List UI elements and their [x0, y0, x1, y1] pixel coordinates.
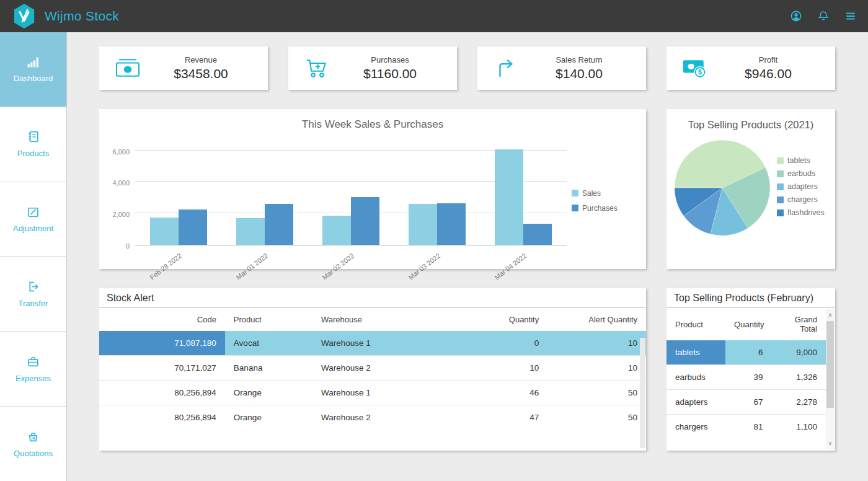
- sidebar-item-label: Transfer: [19, 299, 48, 308]
- legend-swatch: [572, 205, 578, 211]
- scroll-thumb[interactable]: [826, 321, 834, 408]
- sidebar-item-products[interactable]: Products: [0, 107, 66, 182]
- bar-purchases-5: [523, 224, 552, 245]
- bar-chart-icon: [27, 55, 40, 68]
- chart-title: This Week Sales & Purchases: [99, 109, 646, 138]
- money-profit-icon: $: [680, 57, 710, 79]
- table-row[interactable]: 80,256,894OrangeWarehouse 24750: [99, 405, 646, 430]
- column-header[interactable]: Quantity: [454, 308, 547, 331]
- stock-alert-scrollbar[interactable]: [640, 338, 645, 448]
- briefcase-icon: [27, 355, 40, 368]
- top-selling-february-panel: Top Selling Products (February) ProductQ…: [666, 288, 835, 451]
- wijmo-logo-icon: [12, 3, 36, 29]
- money-bill-icon: [113, 57, 143, 79]
- table-cell: Orange: [225, 405, 312, 430]
- column-header[interactable]: Grand Total: [772, 308, 826, 340]
- stock-alert-grid: CodeProductWarehouseQuantityAlert Quanti…: [99, 308, 646, 430]
- sidebar-item-expenses[interactable]: Expenses: [0, 332, 66, 407]
- table-row[interactable]: earbuds391,326: [666, 365, 826, 390]
- column-header[interactable]: Code: [99, 308, 225, 331]
- header-row: ProductQuantityGrand Total: [666, 308, 826, 340]
- column-header[interactable]: Alert Quantity: [547, 308, 646, 331]
- bar-group: [480, 143, 567, 245]
- table-cell: 6: [725, 340, 772, 365]
- bar-sales-5: [495, 149, 523, 245]
- table-row[interactable]: 70,171,027BananaWarehouse 21010: [99, 356, 646, 381]
- y-axis-tick: 2,000: [112, 211, 130, 218]
- table-cell: Orange: [225, 381, 312, 405]
- scroll-down-button[interactable]: ∨: [826, 438, 835, 448]
- main-content: Revenue $3458.00 Purchases $1160.00: [67, 32, 868, 451]
- sidebar-item-label: Expenses: [16, 374, 51, 383]
- table-cell: 1,326: [772, 365, 826, 390]
- table-cell: Avocat: [225, 331, 312, 356]
- sidebar-item-adjustment[interactable]: Adjustment: [0, 182, 66, 257]
- table-cell: 80,256,894: [99, 381, 225, 405]
- sidebar-item-dashboard[interactable]: Dashboard: [0, 32, 66, 107]
- catalog-icon: [27, 130, 40, 143]
- table-row[interactable]: tablets69,000: [666, 340, 826, 365]
- card-value: $1160.00: [332, 66, 448, 81]
- sidebar-item-label: Products: [17, 149, 49, 158]
- table-row[interactable]: 80,256,894OrangeWarehouse 14650: [99, 381, 646, 405]
- table-cell: 50: [547, 405, 646, 430]
- column-header[interactable]: Warehouse: [312, 308, 454, 331]
- bar-sales-1: [150, 218, 179, 245]
- table-row[interactable]: adapters672,278: [666, 390, 826, 415]
- y-axis-tick: 6,000: [112, 148, 130, 156]
- legend-swatch: [777, 170, 784, 177]
- legend-item-tablets: tablets: [777, 156, 830, 165]
- table-row[interactable]: 71,087,180AvocatWarehouse 1010: [99, 331, 646, 356]
- pie-legend: tabletsearbudsadapterschargersflashdrive…: [777, 133, 835, 240]
- pie-chart-title: Top Selling Products (2021): [666, 109, 835, 133]
- table-cell: chargers: [666, 415, 725, 439]
- x-axis-label: Mar 02 2022: [321, 252, 355, 281]
- legend-swatch: [777, 183, 784, 190]
- menu-icon[interactable]: [844, 10, 857, 22]
- table-cell: adapters: [666, 390, 725, 415]
- table-cell: Warehouse 1: [312, 331, 454, 356]
- column-header[interactable]: Product: [666, 308, 725, 340]
- scroll-up-button[interactable]: ∧: [826, 310, 835, 320]
- svg-text:$: $: [698, 68, 702, 76]
- card-label: Profit: [710, 55, 826, 64]
- x-axis-label: Mar 03 2022: [407, 252, 442, 281]
- bar-purchases-2: [265, 204, 293, 245]
- top-selling-2021-panel: Top Selling Products (2021) tabletsearbu…: [666, 109, 835, 269]
- bar-purchases-4: [437, 203, 466, 245]
- table-cell: tablets: [666, 340, 725, 365]
- table-cell: 71,087,180: [99, 331, 225, 356]
- bar-group: [135, 143, 221, 245]
- column-header[interactable]: Product: [225, 308, 312, 331]
- bell-icon[interactable]: [817, 10, 830, 22]
- table-cell: 47: [454, 405, 547, 430]
- table-cell: 9,000: [772, 340, 826, 365]
- y-axis-tick: 4,000: [112, 179, 130, 187]
- table-row[interactable]: chargers811,100: [666, 415, 826, 439]
- user-circle-icon[interactable]: [790, 10, 802, 22]
- y-axis: 02,0004,0006,000: [103, 143, 135, 245]
- chart-legend: SalesPurchases: [567, 143, 640, 258]
- legend-item-adapters: adapters: [777, 182, 830, 191]
- table-cell: 81: [725, 415, 772, 439]
- bar-purchases-1: [179, 210, 207, 245]
- card-label: Purchases: [332, 55, 448, 64]
- legend-item-earbuds: earbuds: [777, 169, 830, 178]
- cart-plus-icon: [302, 57, 332, 79]
- stock-alert-title: Stock Alert: [99, 288, 646, 308]
- card-value: $3458.00: [143, 66, 259, 81]
- card-label: Sales Return: [521, 55, 637, 64]
- february-grid-scrollbar[interactable]: ∧ ∨: [826, 309, 835, 449]
- stock-alert-panel: Stock Alert CodeProductWarehouseQuantity…: [99, 288, 646, 451]
- table-cell: 10: [547, 331, 646, 356]
- sidebar-item-transfer[interactable]: Transfer: [0, 257, 66, 332]
- edit-square-icon: [27, 205, 40, 218]
- x-axis: Feb 28 2022Mar 01 2022Mar 02 2022Mar 03 …: [135, 245, 567, 295]
- app-title: Wijmo Stock: [45, 9, 119, 24]
- sidebar-item-label: Adjustment: [13, 224, 53, 233]
- column-header[interactable]: Quantity: [725, 308, 772, 340]
- sidebar: Dashboard Products Adjustment Transfer: [0, 32, 67, 481]
- table-cell: Banana: [225, 356, 312, 381]
- x-axis-label: Feb 28 2022: [148, 252, 183, 281]
- sidebar-item-quotations[interactable]: Quotations: [0, 407, 66, 481]
